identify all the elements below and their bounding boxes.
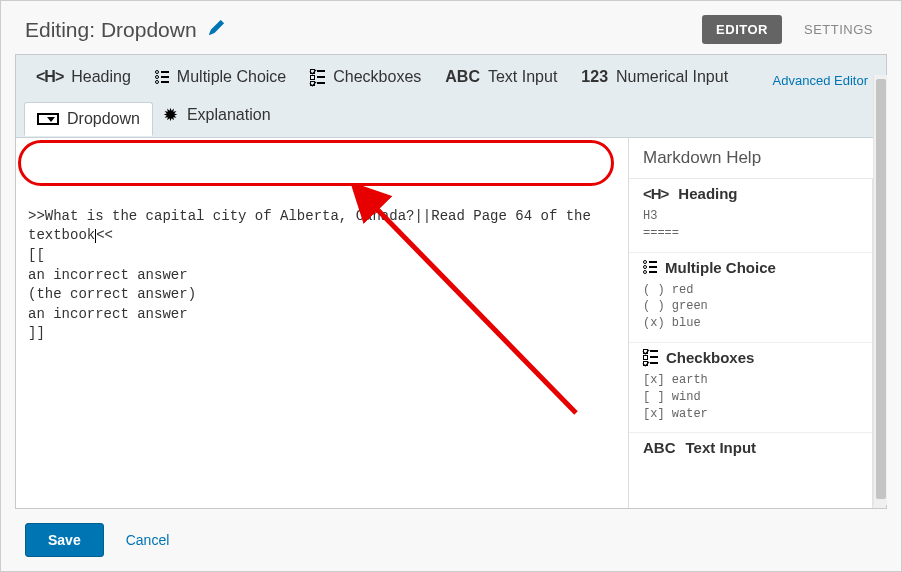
page-title: Editing: Dropdown	[25, 18, 197, 42]
editor-modal: Editing: Dropdown EDITOR SETTINGS Headin…	[0, 0, 902, 572]
tool-checkboxes[interactable]: Checkboxes	[298, 61, 433, 93]
format-toolbar: Heading Multiple Choice Checkboxes Text …	[16, 55, 886, 138]
help-title: Markdown Help	[629, 138, 886, 179]
save-button[interactable]: Save	[25, 523, 104, 557]
tool-dropdown[interactable]: Dropdown	[24, 102, 153, 136]
tool-text-input[interactable]: Text Input	[433, 61, 569, 93]
heading-icon	[643, 185, 668, 202]
heading-icon	[36, 68, 63, 86]
editor-panel: Heading Multiple Choice Checkboxes Text …	[15, 54, 887, 509]
text-input-icon	[445, 68, 480, 86]
tool-heading[interactable]: Heading	[24, 61, 143, 93]
multiple-choice-icon	[155, 70, 169, 84]
code-editor[interactable]: >>What is the capital city of Alberta, C…	[16, 138, 628, 508]
modal-header: Editing: Dropdown EDITOR SETTINGS	[1, 1, 901, 54]
edit-title-icon[interactable]	[209, 20, 224, 39]
checkboxes-icon	[643, 349, 658, 366]
modal-footer: Save Cancel	[1, 509, 901, 571]
multiple-choice-icon	[643, 260, 657, 274]
tool-explanation[interactable]: Explanation	[153, 99, 283, 131]
editor-body: >>What is the capital city of Alberta, C…	[16, 138, 886, 508]
tool-multiple-choice[interactable]: Multiple Choice	[143, 61, 298, 93]
outer-scrollbar[interactable]	[873, 75, 887, 505]
tab-editor[interactable]: EDITOR	[702, 15, 782, 44]
help-checkboxes: Checkboxes [x] earth [ ] wind [x] water	[629, 343, 886, 433]
advanced-editor-link[interactable]: Advanced Editor	[763, 66, 878, 95]
dropdown-icon	[37, 113, 59, 125]
annotation-highlight	[18, 140, 614, 186]
tool-numerical-input[interactable]: Numerical Input	[569, 61, 740, 93]
help-multiple-choice: Multiple Choice ( ) red ( ) green (x) bl…	[629, 253, 886, 343]
cancel-button[interactable]: Cancel	[126, 532, 170, 548]
markdown-help-pane: Markdown Help Heading H3 ===== Multiple …	[628, 138, 886, 508]
explanation-icon	[165, 108, 179, 122]
numerical-input-icon	[581, 68, 608, 86]
text-input-icon	[643, 439, 676, 456]
help-text-input: Text Input	[629, 433, 886, 472]
tab-settings[interactable]: SETTINGS	[800, 15, 877, 44]
help-heading: Heading H3 =====	[629, 179, 886, 253]
scrollbar-thumb[interactable]	[876, 79, 886, 499]
code-text: >>What is the capital city of Alberta, C…	[28, 207, 616, 344]
help-scroll-area[interactable]: Heading H3 ===== Multiple Choice ( ) red…	[629, 179, 886, 508]
checkboxes-icon	[310, 69, 325, 86]
